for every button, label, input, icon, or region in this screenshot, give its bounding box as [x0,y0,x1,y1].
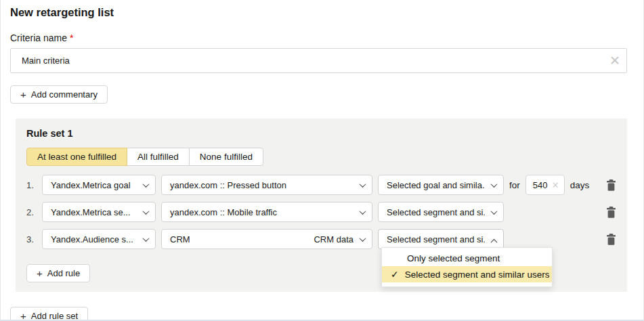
tab-none-fulfilled[interactable]: None fulfilled [189,148,263,166]
criteria-name-field: ✕ [10,48,627,73]
page-title: New retargeting list [1,0,643,19]
criteria-name-input[interactable] [10,48,627,73]
add-rule-button[interactable]: + Add rule [26,264,90,282]
delete-rule1-button[interactable] [606,179,616,191]
clear-input-icon[interactable]: ✕ [609,54,620,67]
rule-set-title: Rule set 1 [26,128,616,139]
rule-row-3: 3. Yandex.Audience s... CRM CRM data Sel… [26,229,616,249]
add-rule-set-button[interactable]: + Add rule set [10,307,88,321]
audience-options-menu: Only selected segment ✓ Selected segment… [381,247,553,287]
days-label: days [570,180,590,190]
chevron-down-icon [143,181,150,188]
rule3-type-dropdown[interactable]: Yandex.Audience s... [42,229,156,249]
retargeting-form: New retargeting list Criteria name * ✕ +… [0,0,644,321]
add-commentary-button[interactable]: + Add commentary [10,85,108,104]
chevron-down-icon [360,181,366,188]
chevron-up-icon [491,238,498,245]
check-icon: ✓ [391,269,399,280]
menu-item-selected-segment-and-similar-users[interactable]: ✓ Selected segment and similar users [382,266,552,282]
required-asterisk: * [70,33,73,43]
chevron-down-icon [143,235,150,242]
plus-icon: + [37,268,43,279]
plus-icon: + [20,310,26,321]
trash-icon [606,179,616,191]
rule1-type-dropdown[interactable]: Yandex.Metrica goal [42,175,156,195]
criteria-name-label: Criteria name * [10,33,643,43]
chevron-down-icon [491,181,498,188]
clear-days-icon[interactable]: ✕ [552,180,559,190]
chevron-down-icon [491,208,498,215]
for-label: for [509,180,520,190]
chevron-down-icon [360,235,366,242]
menu-item-only-selected-segment[interactable]: Only selected segment [382,250,552,266]
rule2-type-dropdown[interactable]: Yandex.Metrica se... [42,202,156,222]
rule2-segment-dropdown[interactable]: yandex.com :: Mobile traffic [161,202,372,222]
delete-rule3-button[interactable] [606,234,616,245]
rule3-audience-dropdown[interactable]: Selected segment and si... [378,229,504,249]
rule-row-1: 1. Yandex.Metrica goal yandex.com :: Pre… [26,175,616,195]
rule2-audience-dropdown[interactable]: Selected segment and si... [378,202,504,222]
rule-row-2: 2. Yandex.Metrica se... yandex.com :: Mo… [26,202,616,222]
tab-all-fulfilled[interactable]: All fulfilled [127,148,190,166]
segment-type: CRM data [314,234,365,244]
rule-number: 3. [26,234,37,244]
plus-icon: + [20,89,26,100]
rule-number: 1. [26,180,37,190]
rule1-goal-dropdown[interactable]: yandex.com :: Pressed button [161,175,372,195]
trash-icon [606,234,616,245]
fulfillment-tabs: At least one fulfilled All fulfilled Non… [26,148,263,166]
rule3-segment-dropdown[interactable]: CRM CRM data [161,229,372,249]
days-input[interactable]: 540 ✕ [525,175,565,195]
tab-at-least-one-fulfilled[interactable]: At least one fulfilled [26,148,127,166]
rules-list: 1. Yandex.Metrica goal yandex.com :: Pre… [26,175,616,249]
rule1-audience-dropdown[interactable]: Selected goal and simila... [378,175,504,195]
trash-icon [606,207,616,218]
rule-number: 2. [26,207,37,217]
chevron-down-icon [360,208,366,215]
chevron-down-icon [143,208,150,215]
delete-rule2-button[interactable] [606,207,616,218]
